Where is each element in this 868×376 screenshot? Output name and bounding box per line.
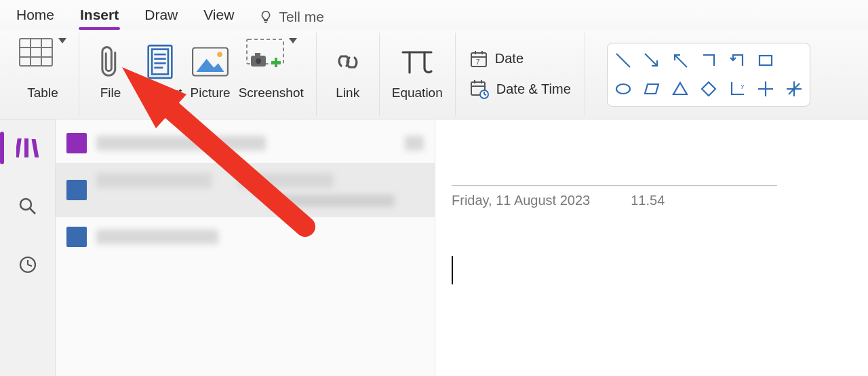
- screenshot-label: Screenshot: [239, 86, 304, 100]
- svg-line-36: [675, 55, 687, 67]
- pi-icon: [399, 47, 435, 77]
- equation-label: Equation: [392, 86, 443, 100]
- shape-elbow-right[interactable]: [696, 48, 722, 73]
- svg-rect-49: [24, 138, 28, 157]
- group-link: Link: [317, 33, 380, 116]
- group-shapes: y: [585, 33, 861, 116]
- svg-point-16: [256, 58, 261, 64]
- link-label: Link: [336, 86, 359, 100]
- table-label: Table: [27, 86, 58, 100]
- workspace: Friday, 11 August 2023 11.54: [0, 119, 868, 376]
- link-button[interactable]: Link: [325, 34, 371, 115]
- shape-arrow-se[interactable]: [639, 48, 665, 73]
- shape-axes-l[interactable]: y: [724, 76, 750, 102]
- page-title-placeholder[interactable]: [452, 145, 777, 186]
- shape-axes-3d[interactable]: [781, 76, 807, 102]
- svg-line-33: [484, 94, 486, 95]
- search-icon: [18, 196, 38, 217]
- list-item[interactable]: [56, 163, 435, 217]
- page-color-swatch: [66, 227, 87, 247]
- redacted-text: [96, 136, 266, 151]
- shape-diamond[interactable]: [696, 76, 722, 102]
- note-canvas[interactable]: Friday, 11 August 2023 11.54: [435, 119, 868, 376]
- svg-point-13: [217, 52, 222, 57]
- printout-label: Printout: [138, 86, 182, 100]
- rail-search[interactable]: [7, 190, 48, 223]
- svg-point-51: [20, 199, 31, 210]
- svg-rect-6: [152, 49, 168, 74]
- svg-rect-37: [760, 56, 772, 65]
- picture-icon: [192, 47, 229, 77]
- paperclip-icon: [99, 43, 122, 80]
- svg-marker-12: [197, 58, 224, 71]
- group-tables: Table: [7, 33, 79, 116]
- group-equation: Equation: [380, 33, 456, 116]
- redacted-text: [96, 173, 212, 188]
- picture-label: Picture: [190, 86, 230, 100]
- svg-line-34: [616, 54, 630, 67]
- chevron-down-icon: [58, 38, 66, 43]
- svg-rect-0: [20, 39, 52, 66]
- calendar-icon: 7: [469, 50, 488, 69]
- file-button[interactable]: File: [87, 34, 134, 115]
- redacted-text: [239, 173, 334, 188]
- tab-draw[interactable]: Draw: [143, 4, 179, 30]
- rail-recent[interactable]: [7, 248, 48, 281]
- ribbon-tabs: Home Insert Draw View Tell me: [0, 0, 868, 30]
- equation-button[interactable]: Equation: [388, 34, 447, 115]
- shapes-gallery[interactable]: y: [607, 43, 810, 107]
- printout-button[interactable]: Printout: [134, 34, 186, 115]
- redacted-text: [96, 229, 218, 244]
- calendar-clock-icon: [469, 79, 490, 100]
- svg-marker-41: [702, 82, 715, 96]
- notebooks-icon: [16, 137, 39, 159]
- svg-rect-50: [31, 139, 39, 157]
- rail-notebooks[interactable]: [7, 132, 48, 164]
- shape-triangle[interactable]: [667, 76, 693, 102]
- svg-text:7: 7: [476, 58, 480, 66]
- text-cursor: [452, 256, 453, 284]
- shape-arrow-nw[interactable]: [667, 48, 693, 73]
- tab-view[interactable]: View: [202, 4, 235, 30]
- picture-button[interactable]: Picture: [186, 34, 234, 115]
- shape-ellipse[interactable]: [610, 76, 636, 102]
- shape-line-nwse[interactable]: [610, 48, 636, 73]
- redacted-text: [405, 136, 424, 151]
- group-files: File Printout: [79, 33, 317, 116]
- page-meta: Friday, 11 August 2023 11.54: [452, 193, 852, 208]
- file-label: File: [100, 86, 121, 100]
- tab-home[interactable]: Home: [15, 4, 56, 30]
- table-button[interactable]: Table: [15, 34, 71, 115]
- page-list: [56, 119, 435, 376]
- document-icon: [145, 44, 175, 79]
- date-button[interactable]: 7 Date: [469, 50, 571, 69]
- svg-line-52: [30, 208, 35, 214]
- tell-me-search[interactable]: Tell me: [258, 9, 324, 25]
- tell-me-label: Tell me: [279, 9, 324, 25]
- shape-parallelogram[interactable]: [639, 76, 665, 102]
- svg-line-35: [645, 54, 657, 66]
- left-rail: [0, 119, 56, 376]
- date-label: Date: [495, 51, 524, 67]
- shape-rectangle[interactable]: [753, 48, 778, 73]
- page-date: Friday, 11 August 2023: [452, 193, 590, 208]
- datetime-button[interactable]: Date & Time: [469, 79, 571, 100]
- page-color-swatch: [66, 180, 87, 200]
- datetime-label: Date & Time: [496, 81, 571, 97]
- shape-axes-cross[interactable]: [753, 76, 778, 102]
- screenshot-button[interactable]: Screenshot: [235, 34, 308, 115]
- tab-insert[interactable]: Insert: [79, 4, 120, 30]
- svg-marker-40: [673, 83, 687, 94]
- svg-text:y: y: [741, 83, 744, 89]
- page-color-swatch: [66, 133, 87, 153]
- link-icon: [329, 48, 367, 75]
- lightbulb-icon: [258, 10, 273, 24]
- svg-line-55: [28, 265, 32, 266]
- screenshot-icon: [245, 38, 285, 71]
- list-item[interactable]: [56, 124, 435, 163]
- redacted-text: [273, 195, 395, 207]
- ribbon: Table File Printout: [0, 30, 868, 119]
- list-item[interactable]: [56, 217, 435, 257]
- svg-point-38: [616, 84, 630, 94]
- shape-uturn[interactable]: [724, 48, 750, 73]
